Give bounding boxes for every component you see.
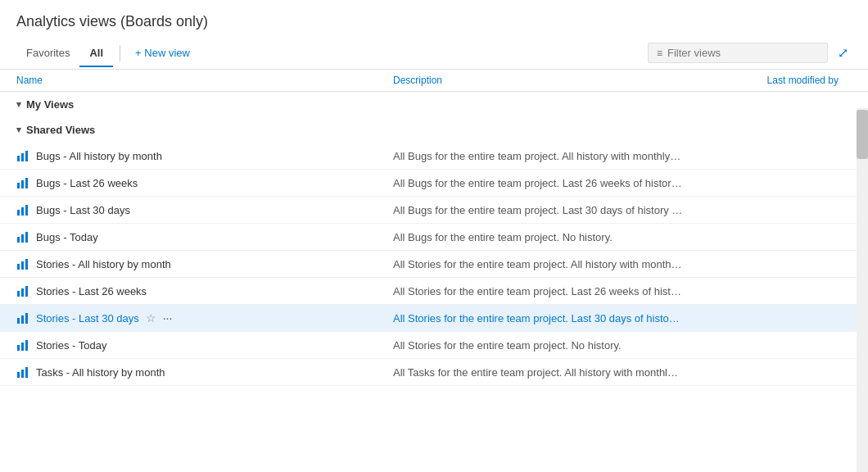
table-row[interactable]: Bugs - Last 30 days All Bugs for the ent… — [0, 197, 868, 224]
row-name-cell: Bugs - Today — [16, 230, 393, 243]
svg-rect-10 — [21, 234, 24, 243]
row-name-text: Stories - Last 26 weeks — [36, 285, 147, 297]
svg-rect-7 — [21, 207, 24, 216]
row-name-text: Stories - All history by month — [36, 258, 171, 270]
svg-rect-5 — [25, 178, 28, 188]
table-row[interactable]: Bugs - All history by month All Bugs for… — [0, 143, 868, 170]
row-name-cell: Bugs - Last 30 days — [16, 203, 393, 216]
tab-favorites[interactable]: Favorites — [16, 40, 79, 67]
svg-rect-23 — [25, 340, 28, 351]
row-description: All Stories for the entire team project.… — [393, 258, 691, 270]
row-description: All Bugs for the entire team project. Al… — [393, 150, 691, 162]
analytics-icon — [16, 176, 29, 189]
filter-icon: ≡ — [657, 48, 662, 59]
analytics-icon — [16, 149, 29, 162]
svg-rect-0 — [17, 156, 20, 161]
row-name-cell: Stories - Last 26 weeks — [16, 284, 393, 297]
analytics-icon — [16, 311, 29, 324]
table-header: Name Description Last modified by — [0, 70, 868, 92]
row-name-text: Tasks - All history by month — [36, 366, 165, 379]
row-name-cell: Stories - Today — [16, 338, 393, 352]
table-row[interactable]: Bugs - Today All Bugs for the entire tea… — [0, 224, 868, 251]
expand-icon[interactable]: ⤢ — [834, 42, 852, 64]
analytics-icon — [16, 284, 29, 297]
tabs-bar: Favorites All + New view ≡ ⤢ — [0, 37, 868, 70]
row-description: All Bugs for the entire team project. La… — [393, 204, 691, 216]
svg-rect-16 — [21, 288, 24, 297]
svg-rect-14 — [25, 259, 28, 270]
section-shared-views[interactable]: ▾ Shared Views — [0, 117, 868, 143]
shared-views-chevron: ▾ — [16, 125, 21, 135]
svg-rect-6 — [17, 210, 20, 216]
scrollbar-track[interactable] — [857, 108, 868, 472]
table-body: ▾ My Views ▾ Shared Views Bugs - All his… — [0, 92, 868, 449]
row-name-cell: Stories - Last 30 days ☆ ··· — [16, 311, 393, 324]
row-description: All Stories for the entire team project.… — [393, 312, 691, 324]
my-views-chevron: ▾ — [16, 99, 21, 110]
svg-rect-1 — [21, 153, 24, 161]
svg-rect-2 — [25, 151, 28, 161]
row-name-text: Stories - Today — [36, 339, 106, 352]
shared-views-label: Shared Views — [26, 124, 95, 136]
table-row[interactable]: Stories - Last 30 days ☆ ··· All Stories… — [0, 305, 868, 332]
svg-rect-8 — [25, 205, 28, 216]
svg-rect-9 — [17, 237, 20, 243]
row-description: All Stories for the entire team project.… — [393, 285, 691, 297]
row-name-text: Bugs - Last 30 days — [36, 204, 130, 216]
more-menu-icon[interactable]: ··· — [163, 311, 173, 324]
row-description: All Bugs for the entire team project. La… — [393, 177, 691, 189]
filter-input-wrap[interactable]: ≡ — [648, 43, 828, 63]
table-row[interactable]: Stories - Today All Stories for the enti… — [0, 332, 868, 359]
analytics-icon — [16, 365, 29, 379]
svg-rect-4 — [21, 180, 24, 188]
analytics-icon — [16, 257, 29, 270]
table-row[interactable]: Tasks - All history by month All Tasks f… — [0, 359, 868, 386]
row-name-cell: Bugs - All history by month — [16, 149, 393, 162]
svg-rect-3 — [17, 183, 20, 188]
svg-rect-20 — [25, 313, 28, 324]
svg-rect-19 — [21, 315, 24, 324]
svg-rect-11 — [25, 232, 28, 243]
table-row[interactable]: Stories - Last 26 weeks All Stories for … — [0, 278, 868, 305]
scrollbar-thumb[interactable] — [857, 110, 868, 159]
analytics-icon — [16, 230, 29, 243]
row-description: All Bugs for the entire team project. No… — [393, 231, 691, 243]
svg-rect-21 — [17, 345, 20, 351]
tab-all[interactable]: All — [79, 40, 113, 67]
filter-area: ≡ ⤢ — [648, 42, 852, 64]
svg-rect-25 — [21, 370, 24, 378]
col-header-last-modified: Last modified by — [691, 75, 839, 86]
svg-rect-24 — [17, 372, 20, 378]
row-name-text[interactable]: Stories - Last 30 days — [36, 312, 139, 324]
table-row[interactable]: Stories - All history by month All Stori… — [0, 251, 868, 278]
svg-rect-22 — [21, 343, 24, 351]
col-header-name: Name — [16, 75, 393, 86]
row-name-text: Bugs - Last 26 weeks — [36, 177, 138, 189]
tab-divider — [120, 45, 120, 61]
page-title: Analytics views (Boards only) — [0, 0, 868, 37]
row-name-text: Bugs - Today — [36, 231, 98, 243]
analytics-icon — [16, 338, 29, 352]
svg-rect-13 — [21, 261, 24, 270]
new-view-button[interactable]: + New view — [127, 42, 198, 64]
svg-rect-17 — [25, 286, 28, 297]
svg-rect-18 — [17, 318, 20, 324]
filter-input[interactable] — [667, 47, 819, 59]
section-my-views[interactable]: ▾ My Views — [0, 92, 868, 117]
row-name-cell: Bugs - Last 26 weeks — [16, 176, 393, 189]
row-description: All Stories for the entire team project.… — [393, 339, 691, 352]
my-views-label: My Views — [26, 98, 74, 111]
svg-rect-15 — [17, 291, 20, 297]
star-icon[interactable]: ☆ — [146, 311, 156, 324]
analytics-icon — [16, 203, 29, 216]
shared-rows-container: Bugs - All history by month All Bugs for… — [0, 143, 868, 386]
col-header-description: Description — [393, 75, 691, 86]
row-description: All Tasks for the entire team project. A… — [393, 366, 691, 379]
svg-rect-12 — [17, 264, 20, 270]
row-name-cell: Stories - All history by month — [16, 257, 393, 270]
table-row[interactable]: Bugs - Last 26 weeks All Bugs for the en… — [0, 170, 868, 197]
row-name-cell: Tasks - All history by month — [16, 365, 393, 379]
row-name-text: Bugs - All history by month — [36, 150, 162, 162]
svg-rect-26 — [25, 367, 28, 378]
